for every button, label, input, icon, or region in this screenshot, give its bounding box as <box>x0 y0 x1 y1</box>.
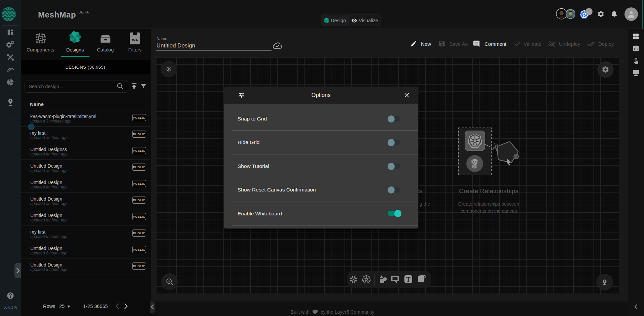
svg-text:WA: WA <box>132 38 138 42</box>
